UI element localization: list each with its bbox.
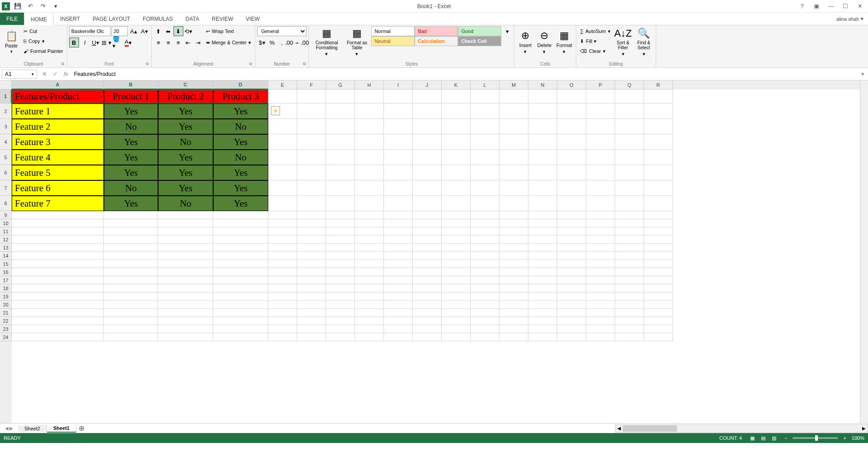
cell[interactable] — [499, 227, 528, 236]
cell[interactable] — [355, 104, 384, 119]
cell[interactable] — [158, 317, 213, 325]
cell[interactable] — [268, 134, 297, 150]
cell[interactable] — [384, 236, 413, 244]
cell[interactable] — [499, 180, 528, 196]
cell[interactable] — [528, 150, 557, 165]
cell[interactable] — [12, 219, 104, 227]
row-header[interactable]: 24 — [0, 333, 12, 341]
cut-button[interactable]: ✂Cut — [22, 26, 65, 36]
select-all-corner[interactable] — [0, 80, 12, 90]
cell[interactable]: Yes — [158, 150, 213, 165]
cell[interactable] — [384, 260, 413, 268]
cell[interactable] — [644, 244, 673, 252]
cell[interactable] — [326, 284, 355, 292]
cell[interactable] — [586, 268, 615, 276]
cell[interactable] — [557, 252, 586, 260]
cell[interactable] — [557, 165, 586, 180]
col-header[interactable]: M — [499, 80, 528, 90]
cell[interactable] — [499, 134, 528, 150]
cell[interactable]: Yes — [158, 165, 213, 180]
cell[interactable]: Yes — [213, 196, 268, 211]
cell[interactable] — [297, 211, 326, 219]
cell[interactable] — [471, 325, 499, 333]
sort-filter-button[interactable]: A↓ZSort & Filter▾ — [613, 26, 633, 58]
cell[interactable] — [644, 325, 673, 333]
vertical-scrollbar[interactable] — [860, 80, 868, 423]
copy-button[interactable]: ⎘Copy ▾ — [22, 36, 65, 46]
format-as-table-button[interactable]: ▦Format as Table▾ — [343, 26, 370, 58]
cell[interactable] — [297, 150, 326, 165]
cell[interactable] — [644, 104, 673, 119]
cell[interactable] — [355, 284, 384, 292]
cell[interactable]: Product 1 — [104, 90, 158, 104]
cell[interactable] — [528, 219, 557, 227]
cell[interactable] — [12, 268, 104, 276]
cell[interactable] — [499, 309, 528, 317]
cell[interactable] — [355, 227, 384, 236]
cell[interactable] — [213, 236, 268, 244]
cell[interactable]: Yes — [213, 180, 268, 196]
cell[interactable] — [413, 260, 442, 268]
orientation-icon[interactable]: ⟲▾ — [183, 26, 193, 36]
format-painter-button[interactable]: 🖌Format Painter — [22, 46, 65, 56]
cell[interactable] — [384, 268, 413, 276]
cell[interactable] — [384, 227, 413, 236]
style-bad[interactable]: Bad — [415, 26, 458, 36]
cell[interactable] — [104, 292, 158, 301]
cell[interactable] — [442, 227, 471, 236]
cell[interactable] — [384, 309, 413, 317]
cell[interactable]: No — [158, 196, 213, 211]
cell[interactable] — [471, 244, 499, 252]
cell[interactable] — [413, 196, 442, 211]
cell[interactable]: Yes — [158, 180, 213, 196]
cell[interactable] — [615, 252, 644, 260]
style-calculation[interactable]: Calculation — [415, 36, 458, 46]
cell[interactable] — [499, 333, 528, 341]
cell[interactable] — [557, 260, 586, 268]
cell[interactable] — [557, 292, 586, 301]
cell[interactable] — [615, 236, 644, 244]
cell[interactable] — [158, 284, 213, 292]
cell[interactable] — [557, 309, 586, 317]
cell[interactable] — [499, 150, 528, 165]
tab-formulas[interactable]: FORMULAS — [136, 13, 179, 25]
cell[interactable] — [557, 244, 586, 252]
cell[interactable] — [268, 292, 297, 301]
cell[interactable] — [326, 309, 355, 317]
cell[interactable] — [355, 292, 384, 301]
cell[interactable] — [644, 317, 673, 325]
cell[interactable] — [158, 244, 213, 252]
cell[interactable] — [297, 180, 326, 196]
undo-icon[interactable]: ↶ — [25, 1, 35, 11]
cell[interactable] — [471, 292, 499, 301]
cell[interactable] — [644, 134, 673, 150]
cell[interactable] — [644, 284, 673, 292]
cell[interactable] — [355, 211, 384, 219]
row-header[interactable]: 17 — [0, 276, 12, 284]
cell[interactable] — [355, 90, 384, 104]
cell[interactable] — [268, 325, 297, 333]
cell[interactable] — [528, 211, 557, 219]
cell[interactable] — [557, 284, 586, 292]
italic-button[interactable]: I — [80, 38, 90, 47]
cell[interactable] — [297, 227, 326, 236]
cell[interactable] — [644, 301, 673, 309]
cell[interactable] — [355, 276, 384, 284]
cell[interactable] — [471, 276, 499, 284]
cell[interactable] — [442, 180, 471, 196]
cell[interactable] — [586, 244, 615, 252]
cell[interactable] — [12, 276, 104, 284]
cell[interactable] — [615, 325, 644, 333]
cell[interactable] — [384, 333, 413, 341]
cell[interactable] — [615, 104, 644, 119]
cell[interactable] — [499, 260, 528, 268]
cell[interactable] — [442, 104, 471, 119]
normal-view-icon[interactable]: ▦ — [747, 434, 757, 442]
cell[interactable] — [615, 227, 644, 236]
cell[interactable] — [528, 196, 557, 211]
cell[interactable] — [297, 165, 326, 180]
cell[interactable] — [213, 219, 268, 227]
cell[interactable] — [355, 236, 384, 244]
cell[interactable] — [586, 292, 615, 301]
cell[interactable] — [12, 309, 104, 317]
